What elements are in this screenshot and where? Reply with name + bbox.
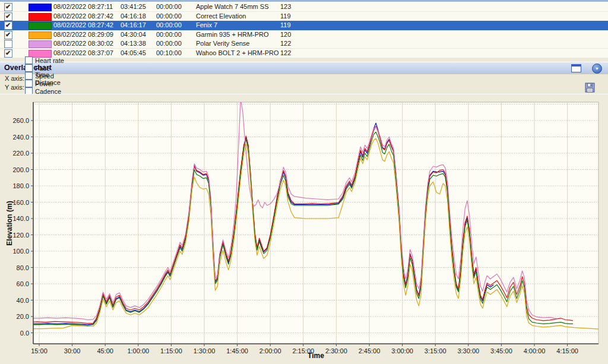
panel-window-icon[interactable]	[571, 64, 581, 72]
y-tick-label: 60.0	[17, 280, 29, 287]
y-tick-label: 220.0	[12, 150, 29, 157]
y-axis-label: Y axis:	[5, 84, 25, 91]
row-device-name: Garmin 935 + HRM-PRO	[196, 31, 269, 38]
plot-area	[33, 102, 598, 344]
row-device-name: Correct Elevation	[196, 12, 246, 20]
row-device-name: Wahoo BOLT 2 + HRM-PRO	[196, 49, 278, 56]
row-datetime: 08/02/2022 08:29:09	[53, 31, 113, 38]
overlay-chart-header: Overlay chart ▼	[0, 62, 608, 74]
row-checkbox[interactable]: ✔	[4, 21, 12, 30]
x-axis-title: Time	[12, 352, 608, 360]
y-tick-label: 140.0	[12, 215, 29, 222]
row-offset: 00:00:00	[156, 21, 182, 29]
y-tick-label: 20.0	[17, 313, 29, 320]
table-row[interactable]: ✔08/02/2022 08:27:4204:16:1800:00:00Corr…	[0, 12, 608, 21]
row-checkbox[interactable]: ✔	[4, 12, 12, 21]
series-color-swatch[interactable]	[28, 22, 52, 30]
row-datetime: 08/02/2022 08:27:42	[53, 21, 113, 29]
row-offset: 00:00:00	[156, 40, 182, 47]
y-tick-label: 100.0	[12, 248, 29, 255]
row-duration: 04:16:18	[121, 12, 146, 20]
row-value: 122	[280, 40, 291, 47]
row-offset: 00:00:00	[156, 31, 182, 38]
option-label: Power	[35, 80, 53, 87]
row-duration: 04:16:17	[121, 21, 146, 29]
checkmark-icon: ✔	[5, 2, 11, 11]
checkbox[interactable]	[25, 80, 33, 87]
row-duration: 04:30:04	[121, 31, 146, 38]
y-axis-option-heart-rate[interactable]: Heart rate	[25, 56, 64, 64]
row-duration: 04:13:38	[121, 40, 146, 47]
row-checkbox[interactable]: ✔	[4, 31, 12, 39]
y-tick-label: 180.0	[12, 182, 29, 189]
row-datetime: 08/02/2022 08:27:42	[53, 12, 113, 20]
table-row[interactable]: ✔08/02/2022 08:27:4204:16:1700:00:00Feni…	[0, 21, 608, 30]
save-chart-button[interactable]	[585, 83, 596, 93]
row-duration: 04:05:45	[121, 49, 146, 56]
table-row[interactable]: ✔08/02/2022 08:27:1103:41:2500:00:00Appl…	[0, 2, 608, 12]
row-value: 122	[280, 49, 291, 56]
row-offset: 00:00:00	[156, 3, 182, 10]
option-label: Heart rate	[35, 57, 64, 64]
row-value: 120	[280, 31, 291, 38]
checkbox[interactable]	[25, 64, 33, 72]
activity-table: ✔08/02/2022 08:27:1103:41:2500:00:00Appl…	[0, 0, 608, 58]
y-tick-label: 240.0	[12, 134, 29, 141]
row-value: 119	[280, 21, 291, 29]
collapse-panel-button[interactable]: ▼	[592, 64, 602, 74]
y-tick-label: 200.0	[12, 166, 29, 173]
table-row[interactable]: ✔08/02/2022 08:29:0904:30:0400:00:00Garm…	[0, 30, 608, 40]
y-axis-title: Elevation (m)	[5, 176, 14, 271]
floppy-disk-icon	[585, 83, 596, 93]
checkbox[interactable]	[25, 72, 33, 80]
row-duration: 03:41:25	[121, 3, 146, 10]
row-device-name: Fenix 7	[196, 21, 217, 29]
y-axis-option-pace[interactable]: Pace	[25, 64, 64, 72]
row-checkbox[interactable]: ✔	[4, 49, 12, 58]
y-axis-option-speed[interactable]: Speed	[25, 72, 64, 80]
y-tick-label: 120.0	[12, 232, 29, 239]
option-label: Speed	[35, 72, 54, 80]
row-checkbox[interactable]: ✔	[4, 3, 12, 11]
row-datetime: 08/02/2022 08:30:02	[53, 40, 113, 47]
checkmark-icon: ✔	[5, 21, 11, 29]
row-datetime: 08/02/2022 08:37:07	[53, 49, 113, 56]
checkmark-icon: ✔	[5, 30, 11, 39]
y-tick-label: 0.0	[20, 330, 29, 337]
row-device-name: Apple Watch 7 45mm SS	[196, 3, 268, 10]
checkbox[interactable]	[25, 56, 33, 64]
checkmark-icon: ✔	[5, 12, 11, 20]
y-axis-controls: Y axis: Heart ratePaceSpeedPowerCadence✔…	[5, 83, 72, 91]
y-tick-label: 160.0	[12, 199, 29, 206]
x-axis-label: X axis:	[5, 75, 25, 82]
table-row[interactable]: 08/02/2022 08:30:0204:13:3800:00:00Polar…	[0, 39, 608, 49]
row-value: 123	[280, 3, 291, 10]
y-tick-label: 260.0	[12, 117, 29, 124]
y-tick-label: 80.0	[17, 264, 29, 271]
series-color-swatch[interactable]	[28, 31, 52, 39]
series-color-swatch[interactable]	[28, 4, 52, 11]
checkmark-icon: ✔	[5, 49, 11, 57]
row-datetime: 08/02/2022 08:27:11	[53, 3, 113, 10]
row-offset: 00:00:00	[156, 12, 182, 20]
row-checkbox[interactable]	[4, 40, 12, 48]
panel-window-icon-bar	[572, 65, 581, 67]
option-label: Pace	[35, 65, 50, 72]
overlay-chart[interactable]: 15:0030:0045:001:00:001:15:001:30:001:45…	[0, 95, 608, 364]
table-row[interactable]: ✔08/02/2022 08:37:0704:05:4500:10:00Waho…	[0, 49, 608, 58]
app-window: ✔08/02/2022 08:27:1103:41:2500:00:00Appl…	[0, 0, 608, 364]
row-device-name: Polar Verity Sense	[196, 40, 250, 47]
row-value: 119	[280, 12, 291, 20]
series-color-swatch[interactable]	[28, 13, 52, 21]
y-axis-option-power[interactable]: Power	[25, 80, 64, 87]
y-tick-label: 40.0	[17, 297, 29, 304]
row-offset: 00:10:00	[156, 49, 182, 56]
series-color-swatch[interactable]	[28, 40, 52, 48]
